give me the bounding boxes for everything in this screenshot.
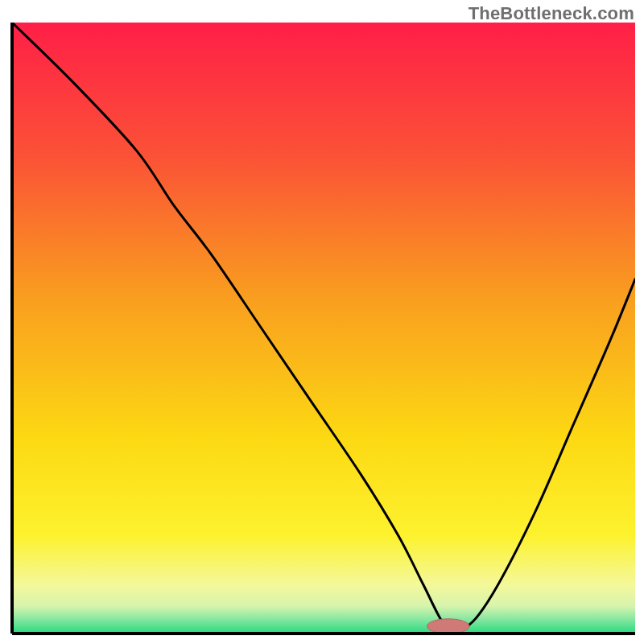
gradient-background — [12, 23, 635, 634]
optimum-marker — [427, 619, 469, 634]
chart-container: TheBottleneck.com — [0, 0, 644, 644]
plot-svg — [9, 23, 635, 637]
watermark-text: TheBottleneck.com — [469, 3, 634, 24]
plot-frame — [9, 23, 635, 637]
